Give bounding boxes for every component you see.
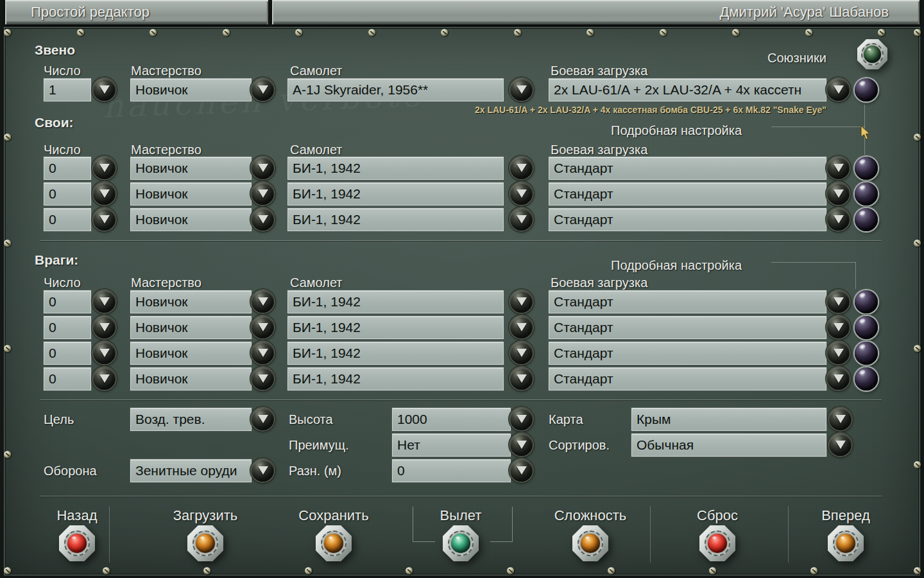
friendly-row-2-plane-field[interactable]: БИ-1, 1942 <box>287 208 504 231</box>
enemy-row-2-plane-dropdown[interactable] <box>510 342 533 364</box>
spread-field[interactable]: 0 <box>392 459 511 482</box>
section-divider <box>40 399 882 400</box>
map-dropdown[interactable] <box>829 408 851 430</box>
friendly-row-2-skill-field[interactable]: Новичок <box>130 208 252 231</box>
screw-icon <box>732 29 739 36</box>
advantage-dropdown[interactable] <box>510 434 533 456</box>
enemy-row-1-plane-dropdown[interactable] <box>510 316 533 338</box>
enemy-row-3-skill-field[interactable]: Новичок <box>130 367 252 390</box>
enemy-row-3-skill-dropdown[interactable] <box>252 367 274 390</box>
enemy-row-2-skill-field[interactable]: Новичок <box>130 342 252 365</box>
sort-dropdown[interactable] <box>829 434 851 456</box>
zveno-row-count-field[interactable]: 1 <box>44 78 91 101</box>
enemy-row-3-detail-button[interactable] <box>855 367 878 390</box>
friendly-row-0-detail-button[interactable] <box>855 157 878 180</box>
screw-icon <box>441 29 448 36</box>
sort-field[interactable]: Обычная <box>631 434 826 457</box>
enemy-row-1-loadout-dropdown[interactable] <box>827 316 850 338</box>
enemy-row-0-count-dropdown[interactable] <box>93 290 116 313</box>
zveno-row-skill-field[interactable]: Новичок <box>130 78 252 101</box>
load-button[interactable] <box>187 525 223 561</box>
enemy-row-2-skill-dropdown[interactable] <box>252 342 274 364</box>
enemy-row-1-skill-dropdown[interactable] <box>252 316 274 338</box>
forward-button[interactable] <box>828 525 864 561</box>
zveno-row-count-dropdown[interactable] <box>93 78 116 101</box>
enemy-row-0-detail-button[interactable] <box>855 290 878 313</box>
friendly-row-1-plane-field[interactable]: БИ-1, 1942 <box>287 182 504 206</box>
enemy-row-2-detail-button[interactable] <box>855 342 878 365</box>
friendly-row-0-count-field[interactable]: 0 <box>44 157 91 180</box>
enemy-row-0-plane-dropdown[interactable] <box>510 290 533 313</box>
enemy-row-3-count-field[interactable]: 0 <box>44 367 91 390</box>
advantage-field[interactable]: Нет <box>392 434 511 457</box>
enemy-row-0-loadout-field[interactable]: Стандарт <box>549 290 826 313</box>
save-button[interactable] <box>316 525 352 561</box>
friendly-row-0-plane-dropdown[interactable] <box>510 157 533 179</box>
enemy-row-3-plane-field[interactable]: БИ-1, 1942 <box>287 367 504 390</box>
enemy-row-3-count-dropdown[interactable] <box>93 367 116 390</box>
difficulty-button[interactable] <box>572 525 608 561</box>
friendly-row-1-count-field[interactable]: 0 <box>44 182 91 206</box>
spread-dropdown[interactable] <box>510 459 533 482</box>
zveno-row-loadout-field[interactable]: 2x LAU-61/A + 2x LAU-32/A + 4x кассетн <box>549 78 826 101</box>
target-dropdown[interactable] <box>252 408 274 430</box>
enemy-row-2-loadout-dropdown[interactable] <box>827 342 850 364</box>
enemy-row-2-plane-field[interactable]: БИ-1, 1942 <box>287 342 504 365</box>
altitude-dropdown[interactable] <box>510 408 533 430</box>
enemy-row-2-count-field[interactable]: 0 <box>44 342 91 365</box>
zveno-row-loadout-dropdown[interactable] <box>827 78 850 101</box>
map-field[interactable]: Крым <box>631 408 826 431</box>
enemy-row-1-count-field[interactable]: 0 <box>44 316 91 339</box>
allies-button[interactable] <box>857 39 887 69</box>
back-button[interactable] <box>59 525 95 561</box>
enemy-row-1-plane-field[interactable]: БИ-1, 1942 <box>287 316 504 339</box>
friendly-row-0-skill-dropdown[interactable] <box>252 157 274 179</box>
friendly-row-2-count-field[interactable]: 0 <box>44 208 91 231</box>
zveno-row-plane-field[interactable]: A-1J Skyraider, 1956** <box>287 78 504 101</box>
friendly-row-0-count-dropdown[interactable] <box>93 157 116 179</box>
defense-field[interactable]: Зенитные оруди <box>130 459 252 482</box>
enemy-row-2-loadout-field[interactable]: Стандарт <box>549 342 826 365</box>
zveno-row-plane-dropdown[interactable] <box>510 78 533 101</box>
friendly-row-2-loadout-dropdown[interactable] <box>827 208 850 231</box>
enemy-row-3-loadout-field[interactable]: Стандарт <box>549 367 826 390</box>
zveno-row-detail-button[interactable] <box>855 78 878 101</box>
friendly-row-2-detail-button[interactable] <box>855 208 878 231</box>
enemy-row-1-skill-field[interactable]: Новичок <box>130 316 252 339</box>
friendly-row-1-skill-dropdown[interactable] <box>252 182 274 205</box>
screw-icon <box>914 240 921 247</box>
friendly-row-0-skill-field[interactable]: Новичок <box>130 157 252 180</box>
friendly-row-0-loadout-field[interactable]: Стандарт <box>549 157 826 180</box>
zveno-row-skill-dropdown[interactable] <box>252 78 274 101</box>
enemy-row-1-loadout-field[interactable]: Стандарт <box>549 316 826 339</box>
enemy-row-0-plane-field[interactable]: БИ-1, 1942 <box>287 290 504 313</box>
amber-lamp-icon <box>196 534 215 553</box>
enemy-row-0-count-field[interactable]: 0 <box>44 290 91 313</box>
friendly-row-0-plane-field[interactable]: БИ-1, 1942 <box>287 157 504 180</box>
friendly-row-2-count-dropdown[interactable] <box>93 208 116 231</box>
target-field[interactable]: Возд. трев. <box>130 408 252 431</box>
defense-dropdown[interactable] <box>252 459 274 482</box>
enemy-row-0-skill-field[interactable]: Новичок <box>130 290 252 313</box>
enemy-row-3-loadout-dropdown[interactable] <box>827 367 850 390</box>
fly-button[interactable] <box>443 525 479 561</box>
friendly-row-1-loadout-field[interactable]: Стандарт <box>549 182 826 206</box>
friendly-row-1-skill-field[interactable]: Новичок <box>130 182 252 206</box>
enemy-row-0-loadout-dropdown[interactable] <box>827 290 850 313</box>
friendly-row-1-count-dropdown[interactable] <box>93 182 116 205</box>
enemy-row-1-detail-button[interactable] <box>855 316 878 339</box>
red-lamp-icon <box>67 534 87 553</box>
enemy-row-1-count-dropdown[interactable] <box>93 316 116 338</box>
friendly-row-1-detail-button[interactable] <box>855 182 878 206</box>
enemy-row-2-count-dropdown[interactable] <box>93 342 116 364</box>
friendly-row-2-plane-dropdown[interactable] <box>510 208 533 231</box>
reset-button[interactable] <box>699 525 735 561</box>
enemy-row-3-plane-dropdown[interactable] <box>510 367 533 390</box>
friendly-row-0-loadout-dropdown[interactable] <box>827 157 850 179</box>
friendly-row-1-plane-dropdown[interactable] <box>510 182 533 205</box>
altitude-field[interactable]: 1000 <box>392 408 511 431</box>
friendly-row-2-skill-dropdown[interactable] <box>252 208 274 231</box>
friendly-row-2-loadout-field[interactable]: Стандарт <box>549 208 826 231</box>
friendly-row-1-loadout-dropdown[interactable] <box>827 182 850 205</box>
enemy-row-0-skill-dropdown[interactable] <box>252 290 274 313</box>
